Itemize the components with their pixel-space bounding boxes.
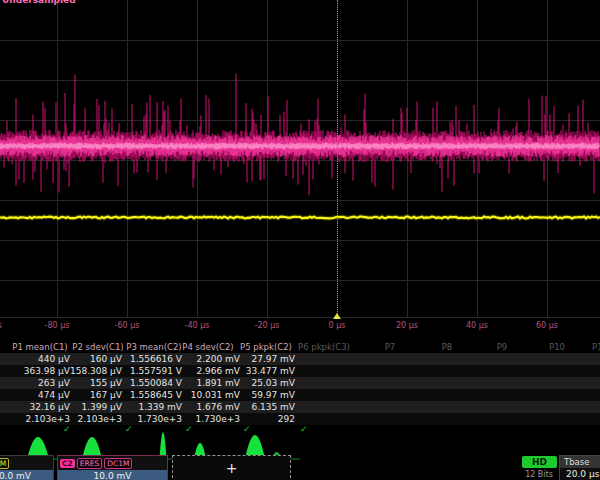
table-cell: 27.97 mV — [215, 354, 295, 364]
time-axis-label: -100 µs — [0, 321, 17, 330]
time-axis-label: 0 µs — [307, 321, 367, 330]
timebase-descriptor[interactable]: Tbase 20.0 µs — [559, 455, 600, 480]
timebase-tdiv-value: 20.0 µs — [560, 468, 600, 480]
table-cell: 33.477 mV — [215, 366, 295, 376]
channel-descriptor-c1[interactable]: DC1M 10.0 mV — [0, 455, 54, 480]
c2-label-chip: C2 — [60, 459, 75, 468]
add-channel-button[interactable]: + — [172, 455, 291, 480]
trigger-time-line — [337, 0, 338, 318]
time-axis-label: 40 µs — [447, 321, 507, 330]
hd-bits-label: 12 Bits — [516, 470, 562, 479]
time-axis-label: -80 µs — [27, 321, 87, 330]
table-cell: 59.97 mV — [215, 390, 295, 400]
time-axis-label: -20 µs — [237, 321, 297, 330]
table-cell: 25.03 mV — [215, 378, 295, 388]
c2-vdiv-value: 10.0 mV — [58, 470, 167, 480]
trigger-time-marker-icon[interactable] — [333, 313, 341, 319]
graticule — [0, 0, 600, 318]
time-axis-label: 60 µs — [517, 321, 577, 330]
hd-mode-badge[interactable]: HD — [522, 456, 557, 468]
time-axis-label: -40 µs — [167, 321, 227, 330]
c1-vdiv-value: 10.0 mV — [0, 470, 53, 480]
measurement-table: 440 µV160 µV1.556616 V2.200 mV27.97 mV36… — [0, 340, 600, 436]
undersampled-warning: Undersampled — [2, 0, 76, 5]
c1-coupling-chip: DC1M — [0, 458, 9, 469]
c1-trace[interactable] — [0, 0, 600, 318]
timebase-title: Tbase — [560, 456, 600, 468]
table-cell: 6.135 mV — [215, 402, 295, 412]
c2-coupling-chip: DC1M — [104, 458, 132, 469]
measurement-header-p11[interactable]: P11 — [555, 342, 600, 352]
time-axis: -100 µs-80 µs-60 µs-40 µs-20 µs0 µs20 µs… — [0, 318, 600, 334]
plus-icon: + — [226, 460, 238, 476]
channel-descriptor-c2[interactable]: C2 ERES DC1M 10.0 mV — [57, 455, 168, 480]
time-axis-label: 20 µs — [377, 321, 437, 330]
table-cell: 292 — [215, 414, 295, 424]
c2-eres-chip: ERES — [77, 458, 102, 469]
time-axis-label: -60 µs — [97, 321, 157, 330]
oscilloscope-screen: { "overlay": { "undersampled_label": "Un… — [0, 0, 600, 480]
